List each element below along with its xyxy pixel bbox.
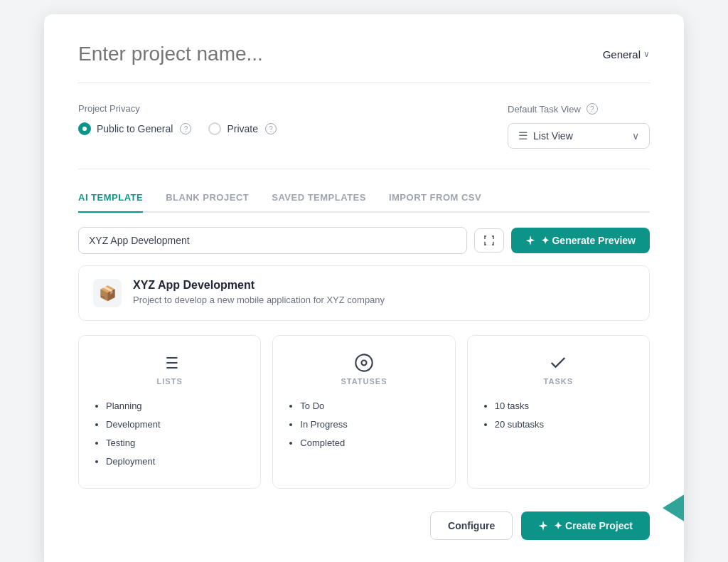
project-description: Project to develop a new mobile applicat…	[133, 295, 385, 305]
statuses-label: STATUSES	[287, 377, 440, 386]
list-item: Planning	[106, 397, 161, 415]
privacy-section: Project Privacy Public to General ? Priv…	[78, 103, 650, 169]
tab-blank-project[interactable]: BLANK PROJECT	[166, 192, 249, 213]
configure-button[interactable]: Configure	[430, 511, 513, 540]
expand-icon	[483, 235, 495, 246]
list-item: Development	[106, 415, 161, 434]
sparkle-icon	[525, 235, 535, 245]
statuses-icon-container	[287, 353, 440, 373]
statuses-icon	[354, 353, 374, 373]
tab-ai-template[interactable]: AI TEMPLATE	[78, 192, 143, 213]
lists-items: Planning Development Testing Deployment	[93, 397, 161, 471]
privacy-group: Project Privacy Public to General ? Priv…	[78, 103, 277, 135]
tasks-icon-container	[482, 353, 635, 373]
search-row: ✦ Generate Preview	[78, 227, 650, 254]
task-view-label: Default Task View ?	[508, 103, 650, 115]
svg-point-6	[355, 354, 372, 371]
task-view-selected: List View	[533, 130, 573, 142]
task-view-dropdown[interactable]: ☰ List View ∨	[508, 123, 650, 149]
lists-icon-container	[93, 353, 246, 373]
feature-card-tasks: TASKS 10 tasks 20 subtasks	[467, 335, 650, 489]
tasks-icon	[548, 353, 568, 373]
tabs-row: AI TEMPLATE BLANK PROJECT SAVED TEMPLATE…	[78, 192, 650, 213]
list-item: Deployment	[106, 452, 161, 471]
project-name-input[interactable]	[78, 43, 603, 65]
radio-private-label: Private	[227, 123, 258, 134]
list-item: 10 tasks	[495, 397, 544, 415]
header-row: General ∨	[78, 43, 650, 83]
lists-label: LISTS	[93, 377, 246, 386]
create-project-button[interactable]: ✦ Create Project	[521, 511, 650, 540]
ai-search-input[interactable]	[78, 227, 467, 254]
tab-import-csv[interactable]: IMPORT FROM CSV	[389, 192, 481, 213]
list-item: To Do	[300, 397, 347, 415]
sparkle-create-icon	[538, 521, 548, 531]
bottom-actions: Configure ✦ Create Project	[78, 511, 650, 540]
list-item: 20 subtasks	[495, 415, 544, 434]
chevron-down-icon: ∨	[643, 49, 650, 59]
tasks-items: 10 tasks 20 subtasks	[482, 397, 544, 434]
radio-private[interactable]: Private ?	[208, 122, 277, 135]
list-view-icon: ☰	[518, 129, 528, 142]
privacy-options: Public to General ? Private ?	[78, 122, 277, 135]
project-info: XYZ App Development Project to develop a…	[133, 279, 385, 305]
feature-card-lists: LISTS Planning Development Testing Deplo…	[78, 335, 261, 489]
workspace-selector[interactable]: General ∨	[603, 48, 650, 60]
list-item: Completed	[300, 434, 347, 452]
help-icon-public[interactable]: ?	[180, 123, 191, 134]
radio-public-indicator	[78, 122, 91, 135]
list-item: In Progress	[300, 415, 347, 434]
project-card: 📦 XYZ App Development Project to develop…	[78, 265, 650, 321]
feature-card-statuses: STATUSES To Do In Progress Completed	[272, 335, 455, 489]
create-btn-label: ✦ Create Project	[554, 520, 633, 531]
help-icon-private[interactable]: ?	[265, 123, 277, 134]
generate-preview-button[interactable]: ✦ Generate Preview	[511, 228, 650, 253]
feature-cards: LISTS Planning Development Testing Deplo…	[78, 335, 650, 489]
expand-button[interactable]	[474, 228, 504, 253]
help-icon-taskview[interactable]: ?	[587, 103, 598, 115]
generate-btn-label: ✦ Generate Preview	[541, 235, 636, 246]
list-item: Testing	[106, 434, 161, 452]
tab-saved-templates[interactable]: SAVED TEMPLATES	[272, 192, 366, 213]
radio-private-indicator	[208, 122, 221, 135]
lists-icon	[160, 353, 180, 373]
project-title: XYZ App Development	[133, 279, 385, 292]
task-view-section: Default Task View ? ☰ List View ∨	[508, 103, 650, 149]
decorative-shape	[663, 490, 684, 526]
workspace-label: General	[603, 48, 641, 60]
radio-public-label: Public to General	[97, 123, 173, 134]
radio-public[interactable]: Public to General ?	[78, 122, 191, 135]
privacy-label: Project Privacy	[78, 103, 277, 114]
modal-container: General ∨ Project Privacy Public to Gene…	[44, 14, 684, 562]
tasks-label: TASKS	[482, 377, 635, 386]
dropdown-chevron-icon: ∨	[632, 130, 639, 142]
statuses-items: To Do In Progress Completed	[287, 397, 347, 452]
svg-point-7	[361, 361, 366, 366]
project-icon: 📦	[93, 279, 122, 307]
